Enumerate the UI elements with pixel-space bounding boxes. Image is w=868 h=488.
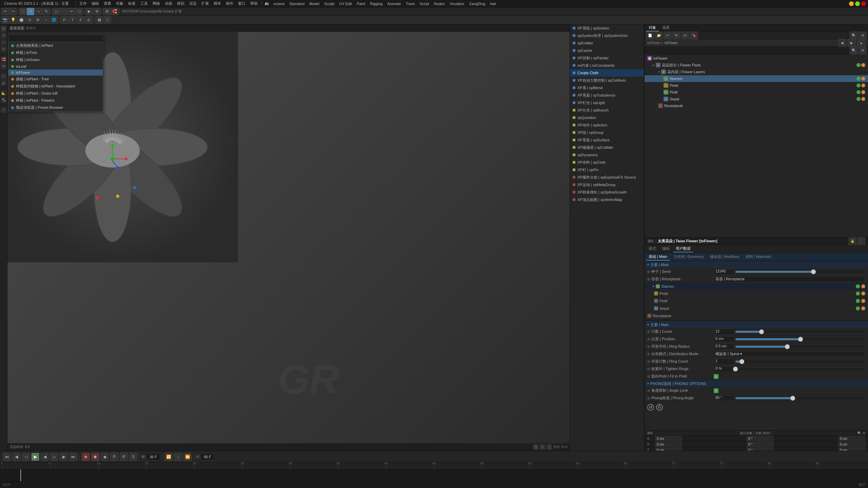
attr-subtab-geo[interactable]: 几何体 | Geometry [671,253,707,261]
arrow-flowerparts[interactable]: ▸ [653,63,654,67]
menu-xpblend[interactable]: XP系 | xpBlend [570,84,644,92]
sidebar-paint-icon[interactable]: 🖌 [1,80,7,86]
point-mode-btn[interactable]: · [60,8,67,15]
menu-octane[interactable]: octane [271,1,287,6]
menu-plugin[interactable]: 插件 [224,0,235,7]
input-seed[interactable]: 12345 [714,269,734,275]
menu-help[interactable]: 帮助 [248,0,260,7]
dropdown-item-toplant-flowers[interactable]: 种植 | toPlant - Flowers [8,97,103,104]
menu-createcloth[interactable]: Create Cloth [570,69,644,77]
menu-window[interactable]: 窗口 [236,0,248,7]
menu-view[interactable]: 查看 [102,0,113,7]
redo-btn[interactable]: ↪ [9,8,17,15]
menu-xpsplinegrowth[interactable]: XP样条增长 | xpSplineGrowth [570,188,644,196]
nav-up-icon[interactable]: ▲ [857,39,865,47]
menu-zangding[interactable]: ZangDing [467,1,487,6]
undo-btn[interactable]: ↩ [1,8,9,15]
menu-xplight[interactable]: XP灯光 | xpLight [570,99,644,106]
tab-objects[interactable]: 对象 [646,24,659,32]
tree-item-pistil[interactable]: Pi Pistil ⚠ [645,89,868,96]
tree-item-stamen[interactable]: S Stamen ⚠ [645,75,868,82]
dropdown-item-toplant[interactable]: 太美植物系统 | toPlant [8,42,103,49]
menu-nxconstraints[interactable]: nx约束 | nxConstraints [570,62,644,69]
menu-render[interactable]: 渲染 [187,0,199,7]
tab-scene[interactable]: 场景 [659,24,672,32]
menu-animate[interactable]: Animate [385,1,403,6]
dropdown-item-grass-tuft[interactable]: 种植 | toPlant - Grass tuft [8,90,103,97]
attr-copy-icon[interactable]: © [656,404,663,411]
checkbox-anglelimit[interactable]: ✓ [714,388,718,393]
menu-xpvertexmap[interactable]: XP顶点贴图 | xpVertexMap [570,196,644,203]
sidebar-move-icon[interactable]: ✛ [1,33,7,39]
input-tightenrings[interactable]: 0 % [714,366,734,372]
attr-lock-icon[interactable]: 🔒 [848,237,856,245]
track-count[interactable] [735,331,865,333]
vp-icon-3[interactable]: | [547,444,552,450]
render-settings-btn[interactable]: ⚙ [93,8,101,15]
top-view-icon[interactable]: T [69,16,76,24]
input-position[interactable]: 0 cm [714,336,734,342]
menu-sim[interactable]: 模拟 [175,0,186,7]
obj-search-input[interactable] [646,48,850,53]
arrow-flowerlayers[interactable]: ▾ [658,70,660,74]
menu-xpdynamics[interactable]: xpDynamics [570,151,644,159]
menu-script2[interactable]: Script [418,1,431,6]
coord-y-rot[interactable]: 0 ° [747,442,774,447]
coord-y-pos[interactable]: 0 cm [655,442,682,447]
menu-xpcloth[interactable]: XP布料 | xpCloth [570,159,644,166]
obj-bookmark-icon[interactable]: 🔖 [690,32,698,40]
sidebar-scale-icon[interactable]: ⤡ [1,39,7,45]
coord-settings-icon[interactable]: ⚙ [863,431,865,435]
sidebar-magnet-icon[interactable]: 🔧 [1,97,7,103]
attr-subtab-main[interactable]: 基础 | Main [646,253,670,261]
menu-xppainter[interactable]: XP控制 | xpPainter [570,54,644,62]
coord-y-scale[interactable]: 0 cm [838,442,865,447]
input-ringradius[interactable]: 0.5 cm [714,344,734,350]
coord-x-scale[interactable]: 0 cm [838,436,865,441]
obj-search-btn[interactable]: 🔍 [850,46,858,55]
obj-edit-icon[interactable]: ✏ [664,32,672,40]
obj-search-icon[interactable]: 🔍 [850,32,858,40]
checkbox-fittopistil[interactable]: ✓ [714,374,718,379]
minimize-button[interactable] [849,1,854,6]
obj-tag-icon[interactable]: 🏷 [681,32,689,40]
menu-xpaction[interactable]: XP动作 | xpAction [570,121,644,129]
section-header-phong[interactable]: ▾ PHONG面组 | PHONG OPTIONS [645,380,868,387]
menu-file[interactable]: 文件 [77,0,89,7]
snap-btn[interactable]: 🧲 [111,8,118,15]
deformer-icon[interactable]: ⊡ [26,16,33,24]
menu-paint[interactable]: Paint [355,1,367,6]
menu-model[interactable]: Model [307,1,321,6]
close-button[interactable] [861,1,866,6]
perspective-icon[interactable]: P [61,16,68,24]
menu-xpquestion[interactable]: xpQuestion [570,114,644,121]
section-header-main[interactable]: ▾ 主要 | Main [645,261,868,268]
input-count[interactable]: 12 [714,329,734,335]
material-icon[interactable]: ⬤ [18,16,25,24]
dropdown-item-toleaf[interactable]: toLeaf [8,63,103,69]
menu-hair[interactable]: hair [488,1,498,6]
menu-xpexplosion[interactable]: XP爆炸火焰 | xpExplosiaFX Source [570,174,644,181]
sidebar-text-icon[interactable]: T [1,107,7,113]
value-distmode[interactable]: 螺旋形 | Spiral ▾ [714,351,865,357]
coord-x-rot[interactable]: 0 ° [747,436,774,441]
sidebar-knife-icon[interactable]: ✂ [1,73,7,79]
track-phongangle[interactable] [735,397,865,399]
tree-item-sepal[interactable]: Se Sepal ⚠ [645,96,868,102]
tree-item-toflower[interactable]: 🌸 toFlower [645,55,868,62]
camera-icon[interactable]: 📷 [1,16,9,24]
grid-btn[interactable]: ⊞ [103,8,111,15]
tree-item-receptacle[interactable]: R Receptacle [645,102,868,109]
dropdown-item-houseplant[interactable]: 种植室内植物 | toPlant - Houseplant [8,83,103,90]
record-auto-btn[interactable]: ⏺ [91,453,99,461]
record-btn[interactable]: ⏺ [82,453,90,461]
attr-tab-user[interactable]: 用户数据 [673,245,693,252]
attr-tab-edit[interactable]: 编辑 [659,245,672,252]
menu-xpsystem[interactable]: XP系统 | xpSystem [570,24,644,32]
bounce-btn[interactable]: ↕ [174,453,182,461]
loop-btn[interactable]: 🔁 [164,453,173,461]
section-header-stamen[interactable]: ▾ S Stamen ⚠ [645,283,868,290]
generator-icon[interactable]: ⊞ [34,16,41,24]
menu-standard[interactable]: Standard [287,1,307,6]
obj-view-icon[interactable]: 👁 [672,32,680,40]
